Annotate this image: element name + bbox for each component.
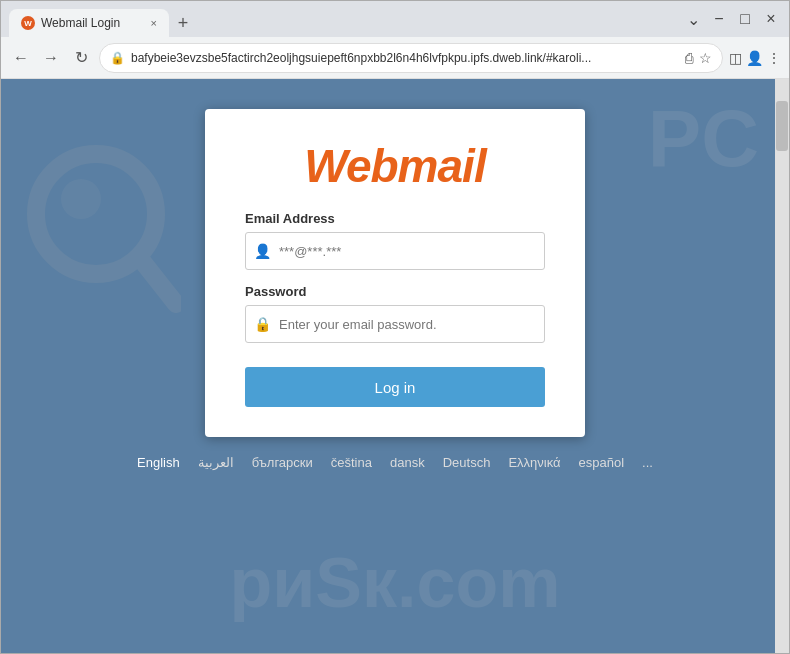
reload-button[interactable]: ↻ [69,48,93,67]
address-bar[interactable]: 🔒 bafybeie3evzsbe5factirch2eoljhgsuiepef… [99,43,723,73]
lang-greek[interactable]: Ελληνικά [508,455,560,470]
password-input[interactable] [279,317,536,332]
email-label: Email Address [245,211,545,226]
tab-bar: W Webmail Login × + [9,1,197,37]
minimize-button[interactable]: − [709,10,729,28]
svg-point-2 [61,179,101,219]
pc-watermark: PC [648,99,759,179]
address-bar-row: ← → ↻ 🔒 bafybeie3evzsbe5factirch2eoljhgs… [1,37,789,79]
bookmark-icon[interactable]: ☆ [699,50,712,66]
maximize-button[interactable]: □ [735,10,755,28]
scrollbar[interactable] [775,79,789,653]
lock-field-icon: 🔒 [254,316,271,332]
back-button[interactable]: ← [9,49,33,67]
profile-icon[interactable]: 👤 [746,50,763,66]
lang-bulgarian[interactable]: български [252,455,313,470]
user-icon: 👤 [254,243,271,259]
password-input-wrapper: 🔒 [245,305,545,343]
lang-spanish[interactable]: español [579,455,625,470]
password-label: Password [245,284,545,299]
webpage: PC риSк.com Webmail Email Address 👤 Pass… [1,79,789,653]
address-bar-icons: ⎙ ☆ [685,50,712,66]
extensions-icon[interactable]: ◫ [729,50,742,66]
email-form-group: Email Address 👤 [245,211,545,270]
risk-watermark: риSк.com [31,543,759,623]
active-tab[interactable]: W Webmail Login × [9,9,169,37]
title-bar: W Webmail Login × + ⌄ − □ × [1,1,789,37]
chevron-down-icon[interactable]: ⌄ [683,10,703,29]
lang-more[interactable]: ... [642,455,653,470]
svg-line-1 [139,257,176,304]
svg-point-0 [36,154,156,274]
window-controls: ⌄ − □ × [683,10,781,29]
login-button[interactable]: Log in [245,367,545,407]
lang-arabic[interactable]: العربية [198,455,234,470]
email-input-wrapper: 👤 [245,232,545,270]
close-button[interactable]: × [761,10,781,28]
magnifier-watermark [21,139,181,343]
lock-icon: 🔒 [110,51,125,65]
menu-icon[interactable]: ⋮ [767,50,781,66]
lang-english[interactable]: English [137,455,180,470]
language-bar: English العربية български čeština dansk … [117,455,673,470]
browser-window: W Webmail Login × + ⌄ − □ × ← → ↻ 🔒 bafy… [0,0,790,654]
lang-german[interactable]: Deutsch [443,455,491,470]
webmail-logo: Webmail [304,139,485,193]
tab-favicon: W [21,16,35,30]
share-icon[interactable]: ⎙ [685,50,693,66]
lang-danish[interactable]: dansk [390,455,425,470]
scrollbar-thumb[interactable] [776,101,788,151]
tab-title: Webmail Login [41,16,120,30]
url-text: bafybeie3evzsbe5factirch2eoljhgsuiepeft6… [131,51,679,65]
login-card: Webmail Email Address 👤 Password 🔒 Log i… [205,109,585,437]
toolbar-icons: ◫ 👤 ⋮ [729,50,781,66]
password-form-group: Password 🔒 [245,284,545,343]
new-tab-button[interactable]: + [169,9,197,37]
email-input[interactable] [279,244,536,259]
tab-close-button[interactable]: × [151,17,157,29]
forward-button[interactable]: → [39,49,63,67]
lang-czech[interactable]: čeština [331,455,372,470]
